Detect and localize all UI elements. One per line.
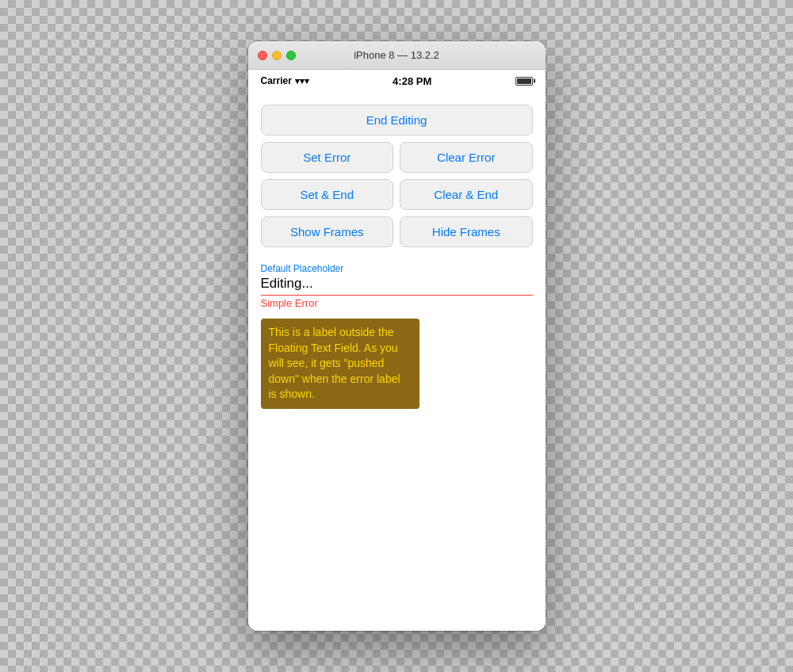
status-time: 4:28 PM bbox=[393, 75, 431, 87]
close-button[interactable] bbox=[258, 51, 267, 60]
battery-fill bbox=[517, 78, 531, 84]
row-end: Set & End Clear & End bbox=[261, 179, 533, 210]
outside-label: This is a label outside the Floating Tex… bbox=[261, 319, 419, 409]
field-input[interactable]: Editing... bbox=[261, 276, 533, 296]
battery-icon bbox=[515, 77, 533, 86]
mac-window: iPhone 8 — 13.2.2 Carrier ▾▾▾ 4:28 PM En… bbox=[248, 41, 546, 631]
traffic-lights bbox=[258, 51, 296, 60]
clear-error-button[interactable]: Clear Error bbox=[400, 142, 533, 173]
minimize-button[interactable] bbox=[272, 51, 282, 60]
status-left: Carrier ▾▾▾ bbox=[261, 75, 309, 86]
maximize-button[interactable] bbox=[286, 51, 296, 60]
status-right bbox=[515, 77, 533, 86]
wifi-icon: ▾▾▾ bbox=[295, 76, 309, 86]
field-error-label: Simple Error bbox=[261, 297, 533, 309]
set-and-end-button[interactable]: Set & End bbox=[261, 179, 394, 210]
carrier-label: Carrier bbox=[261, 75, 292, 86]
clear-and-end-button[interactable]: Clear & End bbox=[400, 179, 533, 210]
window-title: iPhone 8 — 13.2.2 bbox=[354, 49, 439, 61]
row-error: Set Error Clear Error bbox=[261, 142, 533, 173]
text-field-section: Default Placeholder Editing... Simple Er… bbox=[261, 263, 533, 409]
set-error-button[interactable]: Set Error bbox=[261, 142, 394, 173]
phone-content: End Editing Set Error Clear Error Set & … bbox=[248, 92, 546, 631]
status-bar: Carrier ▾▾▾ 4:28 PM bbox=[248, 70, 546, 92]
hide-frames-button[interactable]: Hide Frames bbox=[400, 216, 533, 247]
end-editing-button[interactable]: End Editing bbox=[261, 105, 533, 136]
title-bar: iPhone 8 — 13.2.2 bbox=[248, 41, 546, 70]
show-frames-button[interactable]: Show Frames bbox=[261, 216, 394, 247]
row-frames: Show Frames Hide Frames bbox=[261, 216, 533, 247]
field-placeholder-label: Default Placeholder bbox=[261, 263, 533, 274]
